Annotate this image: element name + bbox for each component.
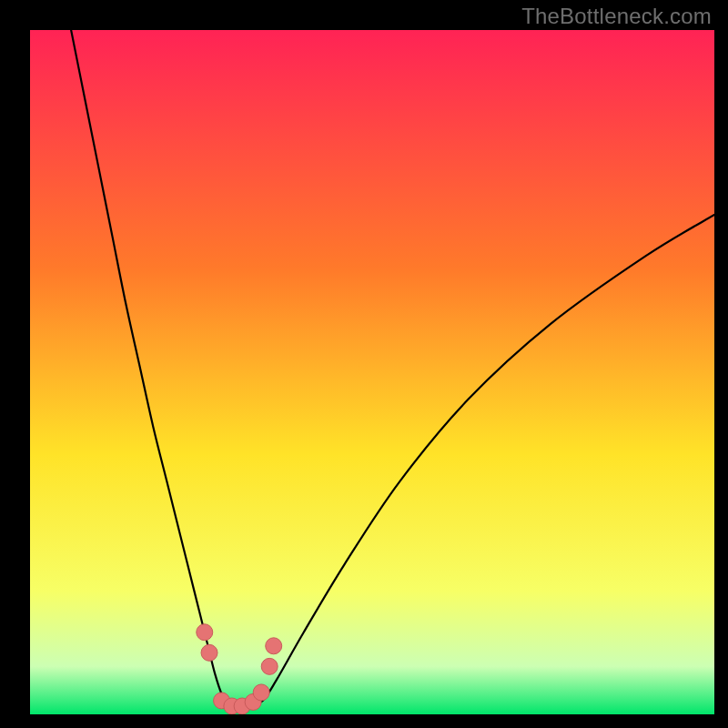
marker-dot — [197, 624, 213, 641]
marker-dot — [201, 644, 217, 661]
bottleneck-chart — [30, 30, 714, 714]
plot-area — [30, 30, 714, 714]
chart-frame: TheBottleneck.com — [0, 0, 728, 728]
marker-dot — [266, 638, 282, 654]
marker-dot — [253, 684, 269, 701]
watermark-text: TheBottleneck.com — [521, 4, 712, 29]
gradient-background — [30, 30, 714, 714]
marker-dot — [261, 658, 278, 674]
